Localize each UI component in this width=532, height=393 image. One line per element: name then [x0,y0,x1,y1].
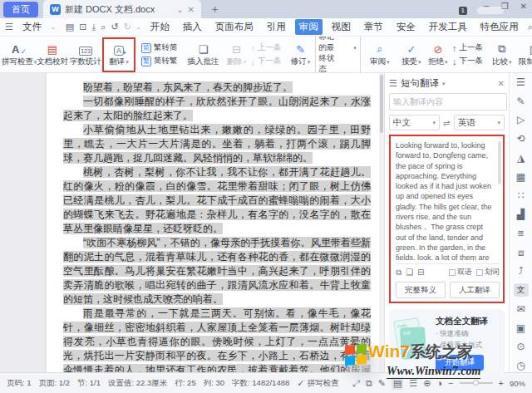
tab-home[interactable]: 开始 [146,19,174,35]
minimize-icon[interactable]: ─ [484,2,490,11]
outline-view-icon[interactable]: ☰ [409,378,417,389]
shapes-icon[interactable]: ◮ [514,151,529,165]
reject-button[interactable]: ⊘ 拒绝▾ [426,38,451,71]
status-spell-check[interactable]: ✓ 拼写检查 [297,378,338,389]
panel-menu-icon[interactable]: ☰ [389,78,397,89]
tab-insert[interactable]: 插入 [179,19,206,35]
scrollbar-thumb[interactable] [380,75,383,133]
tab-review[interactable]: 审阅 [295,19,323,35]
extract-image-icon[interactable]: ⧈ [514,246,529,259]
doc-paragraph[interactable]: 一切都像刚睡醒的样子，欣欣然张开了眼。山朗润起来了，水涨起来了，太阳的脸红起来了… [63,95,371,123]
preview-icon[interactable]: ⌕ [101,22,106,32]
file-menu[interactable]: 文件 [18,19,46,35]
panel-title-caret-icon[interactable]: ▾ [442,81,446,87]
compare-button[interactable]: ⧉ 比较▾ [490,38,515,71]
restrict-edit-button[interactable]: ▥ 限制编辑 [516,38,532,71]
word-count-button[interactable]: 123 字数统计 [70,38,101,71]
rotate-icon[interactable]: ⟲ [514,132,529,145]
translation-result-text[interactable]: Looking forward to, looking forward to, … [396,140,500,260]
read-layout-icon[interactable]: ⧉ [366,378,372,389]
mail-icon[interactable]: ✉ [514,302,529,316]
tab-section[interactable]: 章节 [360,19,387,35]
rail-menu-icon[interactable]: ☰ [514,76,529,89]
zoom-in-icon[interactable]: + [499,378,504,388]
redo-icon[interactable]: ↻ [124,22,131,32]
doc-paragraph[interactable]: 桃树，杏树，梨树，你不让我，我不让你，都开满了花赶趟儿。红的像火，粉的像霞，白的… [63,165,371,236]
copy-icon[interactable]: ⧉ [396,268,401,278]
review-mode-button[interactable]: ⌕ 审阅▾ [367,38,392,71]
history-icon[interactable]: ◷ [514,359,529,372]
pen-icon[interactable]: ✎ [514,95,529,108]
trad-to-simp-button[interactable]: 简繁转简 [141,42,178,53]
document-tab[interactable]: W 新建 DOCX 文档.docx ⌄ ✕ [43,0,201,18]
home-tab[interactable]: 首页 [3,2,38,17]
print-icon[interactable]: ⊡ [79,22,86,32]
zoom-slider-knob[interactable] [473,380,479,386]
hamburger-icon[interactable]: ☰ [5,22,13,32]
zoom-level[interactable]: 90% [510,379,525,388]
apps-grid-icon[interactable]: ∷ [514,189,529,203]
start-translate-button[interactable]: 开始翻译 [436,355,484,371]
spell-check-button[interactable]: A✓ 拼写检查▾ [3,38,35,71]
prev-comment-button[interactable]: ↑上一条 [251,42,282,53]
doc-paragraph[interactable]: 雨是最寻常的，一下就是三两天。可别恼。看，像牛毛，像花针，像细丝，密密地斜织着，… [63,307,371,372]
human-translate-button[interactable]: 人工翻译 [450,282,500,298]
proofread-button[interactable]: ▤ 文档校对 [37,38,68,71]
document-scrollbar[interactable] [379,73,384,372]
quickbar-caret-icon[interactable]: ⌄ [136,24,141,31]
save-icon[interactable]: ▤ [66,22,74,32]
translate-rail-icon[interactable]: 文 [514,283,529,297]
doc-paragraph[interactable]: “吹面不寒杨柳风”，不错的，像母亲的手抚摸着你。风里带着些新翻的泥土的气息，混着… [63,236,371,307]
table-icon[interactable]: ▦ [514,170,529,184]
status-word-count[interactable]: 字数: 1482/1488 [232,378,289,389]
tab-security[interactable]: 安全 [392,19,420,35]
tab-page-layout[interactable]: 页面布局 [211,19,258,35]
next-change-button[interactable]: ↓下一条 [452,56,483,66]
delete-result-icon[interactable]: ⊟ [417,268,424,277]
word-select-checkbox[interactable]: 划词 [476,267,500,278]
settings-sliders-icon[interactable]: ≣ [514,227,529,240]
page-view-icon[interactable]: ▤ [392,377,403,390]
zoom-out-icon[interactable]: − [448,378,453,388]
eye-protect-icon[interactable]: ◑ [436,378,442,388]
source-language-select[interactable]: 中文▾ [389,115,440,130]
panel-close-icon[interactable]: ✕ [498,79,505,88]
tab-session-icon[interactable]: ⌄ [176,5,183,14]
insert-comment-button[interactable]: ❏ 插入批注 [185,38,223,71]
doc-paragraph[interactable]: 小草偷偷地从土地里钻出来，嫩嫩的，绿绿的。园子里，田野里，瞧去，一大片一大片满是… [63,123,371,165]
fullscreen-icon[interactable]: ⤢ [352,378,360,389]
delete-comment-button[interactable]: ⊟ 删除▾ [224,38,249,71]
simp-to-trad-button[interactable]: 繁简转繁 [141,56,178,66]
image-icon[interactable]: ▣ [514,322,529,335]
bilingual-checkbox[interactable]: 双语 [449,267,472,278]
close-window-icon[interactable]: ✕ [520,2,527,11]
tab-references[interactable]: 引用 [263,19,290,35]
web-layout-icon[interactable]: ⊕ [423,378,431,389]
cursor-icon[interactable]: ▷ [514,114,529,127]
ink-icon[interactable]: ✎ [378,378,386,389]
result-scrollbar[interactable] [498,141,501,184]
markup-state-select[interactable]: 显示标记的最终状态▾ [315,37,361,73]
tab-special-apps[interactable]: 特色应用 [476,19,523,35]
tab-close-icon[interactable]: ✕ [188,5,195,14]
translate-input[interactable] [389,93,507,111]
prev-change-button[interactable]: ↑上一条 [452,42,483,53]
export-icon[interactable]: ⤓ [91,22,96,32]
share-icon[interactable]: ⤴ [514,265,529,278]
tab-view[interactable]: 视图 [328,19,355,35]
target-language-select[interactable]: 英语▾ [454,115,505,130]
accept-button[interactable]: ✓ 接受▾ [399,38,424,71]
insert-to-doc-icon[interactable]: ❏ [406,268,413,277]
full-definition-button[interactable]: 完整释义 [396,282,446,298]
new-tab-button[interactable]: ＋ [209,2,220,17]
chart-icon[interactable]: ▟ [514,208,529,221]
track-changes-button[interactable]: ✎ 修订▾ [288,38,313,71]
zoom-slider[interactable] [460,382,493,384]
undo-icon[interactable]: ↺ [111,22,118,32]
tab-dev-tools[interactable]: 开发工具 [425,19,471,35]
back-icon[interactable]: ⊙ [514,341,529,354]
document-page[interactable]: 盼望着，盼望着，东风来了，春天的脚步近了。 一切都像刚睡醒的样子，欣欣然张开了眼… [47,73,384,372]
maximize-icon[interactable]: ❐ [501,2,509,11]
doc-paragraph[interactable]: 盼望着，盼望着，东风来了，春天的脚步近了。 [63,81,371,95]
swap-languages-icon[interactable]: ⇌ [443,118,451,128]
